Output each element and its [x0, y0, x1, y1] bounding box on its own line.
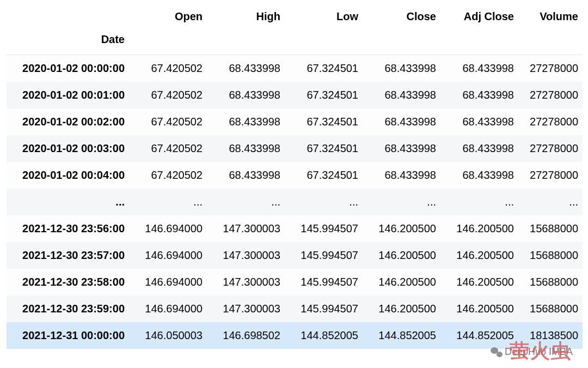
row-cell-high: 147.300003 — [207, 215, 285, 242]
table-row: 2021-12-31 00:00:00146.050003146.6985021… — [7, 322, 583, 349]
row-cell-high: 68.433998 — [207, 82, 285, 108]
row-cell-adj: 144.852005 — [440, 322, 518, 349]
table-row: 2021-12-30 23:57:00146.694000147.3000031… — [7, 242, 583, 269]
row-cell-low: 145.994507 — [285, 242, 363, 269]
row-cell: ... — [207, 189, 285, 215]
row-cell: ... — [440, 189, 518, 215]
row-cell-open: 67.420502 — [129, 108, 207, 135]
row-cell-high: 68.433998 — [207, 135, 285, 162]
table-row: 2020-01-02 00:04:0067.42050268.43399867.… — [7, 162, 583, 189]
row-cell-close: 144.852005 — [363, 322, 440, 349]
row-cell-adj: 146.200500 — [440, 215, 518, 242]
row-cell-low: 145.994507 — [285, 269, 363, 295]
row-cell-open: 67.420502 — [129, 55, 207, 82]
row-cell-open: 67.420502 — [129, 135, 207, 162]
table-row: 2021-12-30 23:56:00146.694000147.3000031… — [7, 215, 583, 242]
row-cell-adj: 146.200500 — [440, 242, 518, 269]
row-cell: ... — [129, 189, 207, 215]
row-cell-open: 146.050003 — [129, 322, 207, 349]
row-cell-high: 68.433998 — [207, 108, 285, 135]
row-date: 2020-01-02 00:03:00 — [7, 135, 129, 162]
row-cell-low: 67.324501 — [285, 162, 363, 189]
row-cell-close: 68.433998 — [363, 55, 440, 82]
row-cell: ... — [285, 189, 363, 215]
row-cell: ... — [363, 189, 440, 215]
row-cell: ... — [518, 189, 583, 215]
row-cell-close: 68.433998 — [363, 82, 440, 108]
row-cell-low: 144.852005 — [285, 322, 363, 349]
row-cell-adj: 68.433998 — [440, 108, 518, 135]
row-cell-close: 146.200500 — [363, 269, 440, 295]
row-cell-adj: 146.200500 — [440, 269, 518, 295]
row-date: 2020-01-02 00:04:00 — [7, 162, 129, 189]
row-cell-adj: 68.433998 — [440, 135, 518, 162]
index-label: Date — [7, 30, 129, 55]
row-cell-low: 67.324501 — [285, 82, 363, 108]
row-cell-high: 68.433998 — [207, 162, 285, 189]
row-date: 2021-12-30 23:58:00 — [7, 269, 129, 295]
row-cell-close: 146.200500 — [363, 242, 440, 269]
row-cell-low: 67.324501 — [285, 108, 363, 135]
row-cell-low: 67.324501 — [285, 135, 363, 162]
row-cell-high: 68.433998 — [207, 55, 285, 82]
row-date: 2020-01-02 00:02:00 — [7, 108, 129, 135]
row-cell-close: 68.433998 — [363, 162, 440, 189]
row-cell-open: 67.420502 — [129, 162, 207, 189]
row-cell-close: 146.200500 — [363, 295, 440, 322]
row-date: 2021-12-30 23:57:00 — [7, 242, 129, 269]
row-cell-open: 67.420502 — [129, 82, 207, 108]
row-cell-close: 68.433998 — [363, 108, 440, 135]
row-cell-adj: 68.433998 — [440, 162, 518, 189]
col-open: Open — [129, 3, 207, 30]
row-cell-vol: 27278000 — [518, 55, 583, 82]
row-cell-open: 146.694000 — [129, 269, 207, 295]
row-cell-close: 68.433998 — [363, 135, 440, 162]
col-volume: Volume — [518, 3, 583, 30]
row-cell-open: 146.694000 — [129, 295, 207, 322]
row-cell-high: 147.300003 — [207, 269, 285, 295]
row-cell-low: 145.994507 — [285, 215, 363, 242]
row-cell-vol: 27278000 — [518, 135, 583, 162]
row-cell-vol: 15688000 — [518, 295, 583, 322]
col-high: High — [207, 3, 285, 30]
table-row: 2020-01-02 00:01:0067.42050268.43399867.… — [7, 82, 583, 108]
row-date: 2021-12-30 23:56:00 — [7, 215, 129, 242]
row-cell-vol: 15688000 — [518, 269, 583, 295]
row-cell-low: 67.324501 — [285, 55, 363, 82]
row-cell-open: 146.694000 — [129, 215, 207, 242]
table-row: 2020-01-02 00:02:0067.42050268.43399867.… — [7, 108, 583, 135]
header-blank — [7, 3, 129, 30]
row-date: 2020-01-02 00:01:00 — [7, 82, 129, 108]
table-row: 2020-01-02 00:00:0067.42050268.43399867.… — [7, 55, 583, 82]
row-cell-adj: 68.433998 — [440, 55, 518, 82]
row-cell-high: 147.300003 — [207, 295, 285, 322]
row-cell-high: 147.300003 — [207, 242, 285, 269]
row-date: 2020-01-02 00:00:00 — [7, 55, 129, 82]
row-cell-close: 146.200500 — [363, 215, 440, 242]
table-row: ..................... — [7, 189, 583, 215]
row-cell-open: 146.694000 — [129, 242, 207, 269]
col-close: Close — [363, 3, 440, 30]
row-cell-vol: 27278000 — [518, 108, 583, 135]
table-row: 2021-12-30 23:59:00146.694000147.3000031… — [7, 295, 583, 322]
row-cell-vol: 27278000 — [518, 162, 583, 189]
row-date: 2021-12-31 00:00:00 — [7, 322, 129, 349]
table-row: 2021-12-30 23:58:00146.694000147.3000031… — [7, 269, 583, 295]
row-cell-vol: 27278000 — [518, 82, 583, 108]
row-cell-high: 146.698502 — [207, 322, 285, 349]
row-date: ... — [7, 189, 129, 215]
dataframe-table: Open High Low Close Adj Close Volume Dat… — [7, 3, 583, 349]
col-low: Low — [285, 3, 363, 30]
row-date: 2021-12-30 23:59:00 — [7, 295, 129, 322]
row-cell-vol: 18138500 — [518, 322, 583, 349]
row-cell-adj: 68.433998 — [440, 82, 518, 108]
col-adjclose: Adj Close — [440, 3, 518, 30]
row-cell-vol: 15688000 — [518, 242, 583, 269]
row-cell-adj: 146.200500 — [440, 295, 518, 322]
table-row: 2020-01-02 00:03:0067.42050268.43399867.… — [7, 135, 583, 162]
row-cell-low: 145.994507 — [285, 295, 363, 322]
row-cell-vol: 15688000 — [518, 215, 583, 242]
